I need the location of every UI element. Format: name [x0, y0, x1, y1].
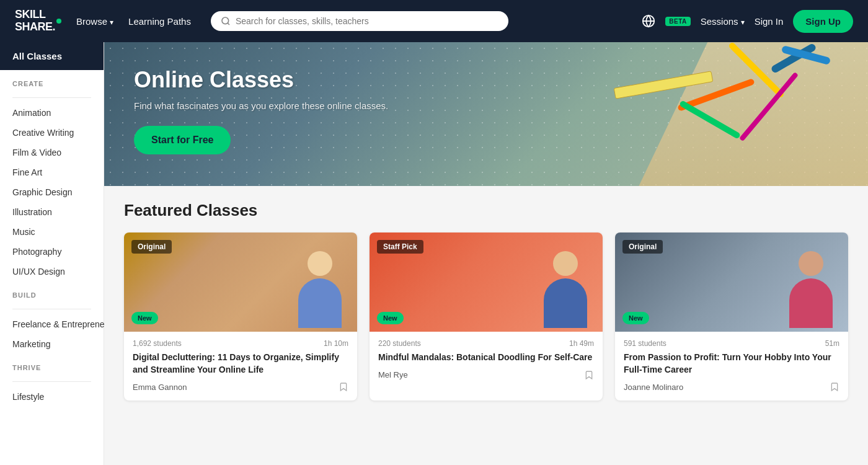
globe-icon[interactable] [642, 14, 655, 28]
sidebar-item-lifestyle[interactable]: Lifestyle [0, 387, 104, 407]
sidebar-divider-thrive [12, 381, 91, 382]
sidebar-section-create-label: CREATE [12, 80, 91, 87]
card-duration-2: 1h 49m [569, 339, 594, 348]
card-duration-1: 1h 10m [324, 339, 348, 348]
hero-subtitle: Find what fascinates you as you explore … [134, 100, 397, 111]
card-meta-1: 1,692 students 1h 10m [133, 339, 348, 348]
sidebar-item-illustration[interactable]: Illustration [0, 202, 104, 222]
card-meta-2: 220 students 1h 49m [378, 339, 594, 348]
svg-point-0 [222, 17, 229, 24]
search-box [211, 11, 508, 31]
card-author-1: Emma Gannon [133, 383, 187, 392]
card-duration-3: 51m [825, 339, 839, 348]
class-card-1[interactable]: Original New 1,692 students 1h 10m Digit… [124, 232, 357, 401]
card-footer-3: Joanne Molinaro [624, 381, 839, 393]
sidebar-item-freelance[interactable]: Freelance & Entrepreneurship [0, 314, 104, 334]
card-thumb-1: Original New [124, 232, 357, 332]
instructor-head-1 [308, 251, 332, 276]
card-info-1: 1,692 students 1h 10m Digital Declutteri… [124, 332, 357, 401]
card-footer-1: Emma Gannon [133, 381, 348, 393]
card-title-2: Mindful Mandalas: Botanical Doodling For… [378, 352, 594, 364]
sidebar-item-film-video[interactable]: Film & Video [0, 143, 104, 162]
search-icon [221, 16, 231, 26]
card-badge-2: Staff Pick [377, 240, 423, 254]
bookmark-icon-2[interactable] [584, 369, 594, 381]
instructor-body-2 [544, 278, 587, 328]
sidebar-divider-create [12, 97, 91, 98]
sidebar-item-uiux-design[interactable]: UI/UX Design [0, 262, 104, 281]
card-author-3: Joanne Molinaro [624, 383, 683, 392]
content-area: Online Classes Find what fascinates you … [104, 42, 868, 465]
sessions-label: Sessions [701, 16, 738, 27]
card-students-3: 591 students [624, 339, 666, 348]
sidebar-item-music[interactable]: Music [0, 222, 104, 242]
sidebar-item-creative-writing[interactable]: Creative Writing [0, 123, 104, 143]
card-new-badge-2: New [377, 312, 404, 324]
card-title-3: From Passion to Profit: Turn Your Hobby … [624, 352, 839, 376]
sidebar-item-graphic-design[interactable]: Graphic Design [0, 182, 104, 202]
instructor-body-1 [298, 278, 342, 328]
hero-cta-button[interactable]: Start for Free [134, 126, 231, 154]
sign-in-button[interactable]: Sign In [755, 16, 784, 27]
instructor-head-3 [799, 251, 823, 276]
search-container [211, 11, 508, 31]
sidebar-item-marketing[interactable]: Marketing [0, 334, 104, 354]
sessions-button[interactable]: Sessions [701, 16, 745, 27]
card-title-1: Digital Decluttering: 11 Days to Organiz… [133, 352, 348, 376]
sidebar-section-thrive-label: THRIVE [12, 364, 91, 371]
sidebar-item-photography[interactable]: Photography [0, 242, 104, 262]
featured-section: Featured Classes Original New [104, 186, 868, 415]
search-input[interactable] [236, 16, 498, 26]
sidebar-section-build-label: BUILD [12, 291, 91, 299]
hero-craft-decoration [410, 42, 868, 186]
instructor-body-3 [789, 278, 833, 328]
logo-line1: SKILL [15, 9, 55, 21]
card-new-badge-3: New [622, 312, 649, 324]
browse-menu[interactable]: Browse [76, 16, 113, 27]
sidebar-item-animation[interactable]: Animation [0, 103, 104, 123]
hero-content: Online Classes Find what fascinates you … [104, 42, 427, 179]
card-badge-3: Original [622, 240, 663, 254]
card-author-2: Mel Rye [378, 370, 408, 379]
sidebar-item-fine-art[interactable]: Fine Art [0, 162, 104, 182]
sidebar-section-create: CREATE [0, 70, 104, 97]
instructor-head-2 [553, 251, 578, 276]
card-new-badge-1: New [131, 312, 158, 324]
logo-dot [56, 19, 61, 24]
hero-banner: Online Classes Find what fascinates you … [104, 42, 868, 186]
logo-line2: share. [15, 21, 55, 33]
browse-chevron-icon [110, 16, 113, 27]
browse-label: Browse [76, 16, 107, 27]
card-info-2: 220 students 1h 49m Mindful Mandalas: Bo… [370, 332, 603, 389]
cards-grid: Original New 1,692 students 1h 10m Digit… [124, 232, 848, 401]
instructor-shape-2 [541, 251, 590, 332]
card-students-2: 220 students [378, 339, 421, 348]
card-footer-2: Mel Rye [378, 369, 594, 381]
main-layout: All Classes CREATE Animation Creative Wr… [0, 42, 868, 465]
instructor-shape-1 [295, 251, 345, 332]
sidebar-divider-build [12, 309, 91, 309]
sign-up-button[interactable]: Sign Up [793, 10, 853, 33]
sidebar-section-thrive: THRIVE [0, 354, 104, 381]
svg-line-1 [228, 23, 229, 25]
featured-title: Featured Classes [124, 201, 848, 220]
navbar: SKILL share. Browse Learning Paths BETA … [0, 0, 868, 42]
sidebar-all-classes[interactable]: All Classes [0, 42, 104, 70]
sidebar-section-build: BUILD [0, 281, 104, 309]
bookmark-icon-1[interactable] [339, 381, 348, 393]
logo[interactable]: SKILL share. [15, 9, 61, 33]
bookmark-icon-3[interactable] [830, 381, 839, 393]
beta-badge: BETA [665, 17, 690, 26]
card-meta-3: 591 students 51m [624, 339, 839, 348]
hero-title: Online Classes [134, 67, 397, 93]
class-card-3[interactable]: Original New 591 students 51m From Passi… [615, 232, 848, 401]
class-card-2[interactable]: Staff Pick New 220 students 1h 49m Mindf… [370, 232, 603, 401]
instructor-shape-3 [786, 251, 836, 332]
card-badge-1: Original [131, 240, 172, 254]
sidebar: All Classes CREATE Animation Creative Wr… [0, 42, 104, 465]
card-students-1: 1,692 students [133, 339, 182, 348]
card-info-3: 591 students 51m From Passion to Profit:… [615, 332, 848, 401]
learning-paths-link[interactable]: Learning Paths [128, 16, 191, 27]
sessions-chevron-icon [741, 16, 745, 27]
card-thumb-2: Staff Pick New [370, 232, 603, 332]
